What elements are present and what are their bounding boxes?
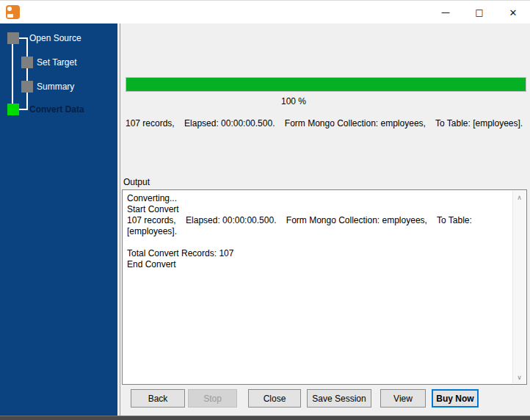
progress-percent-label: 100 % [120, 96, 468, 106]
maximize-icon[interactable]: □ [462, 1, 496, 24]
close-icon[interactable]: ✕ [496, 1, 530, 24]
close-button[interactable]: Close [248, 389, 301, 408]
window-controls: — □ ✕ [429, 1, 530, 24]
view-button[interactable]: View [380, 389, 426, 408]
step-label-set-target: Set Target [37, 57, 76, 68]
titlebar: — □ ✕ [0, 0, 530, 24]
app-icon-tag [7, 14, 13, 18]
app-window: — □ ✕ Open Source Set Target Summary Con… [0, 0, 530, 420]
progress-bar [126, 77, 526, 92]
stop-button[interactable]: Stop [188, 389, 237, 408]
wizard-steps-sidebar: Open Source Set Target Summary Convert D… [0, 23, 117, 416]
app-icon [6, 5, 20, 19]
step-label-open-source: Open Source [29, 32, 81, 44]
scroll-down-icon[interactable]: ∨ [513, 371, 526, 383]
back-button[interactable]: Back [131, 389, 185, 408]
scroll-up-icon[interactable]: ∧ [513, 191, 526, 203]
step-label-convert-data: Convert Data [29, 104, 84, 115]
step-connector-line [19, 37, 28, 39]
step-connector-line [19, 109, 28, 110]
app-icon-dot [7, 7, 12, 11]
minimize-icon[interactable]: — [429, 1, 462, 24]
step-marker-convert-data-active [7, 104, 19, 115]
step-marker-open-source [7, 32, 19, 44]
output-log-text: Converting... Start Convert 107 records,… [127, 193, 510, 381]
step-label-summary: Summary [37, 81, 74, 93]
buy-now-button[interactable]: Buy Now [432, 389, 479, 408]
step-marker-summary [21, 81, 33, 93]
main-panel: 100 % 107 records, Elapsed: 00:00:00.500… [117, 23, 530, 416]
window-bottom-border [0, 416, 530, 420]
output-scrollbar[interactable]: ∧ ∨ [512, 191, 526, 383]
output-log-box[interactable]: Converting... Start Convert 107 records,… [122, 189, 527, 385]
step-connector-line [26, 37, 28, 110]
conversion-status-line: 107 records, Elapsed: 00:00:00.500. Form… [126, 118, 523, 128]
button-row: Back Stop Close Save Session View Buy No… [120, 389, 530, 408]
progress-fill [126, 78, 526, 91]
step-marker-set-target [21, 57, 33, 68]
output-label: Output [123, 177, 150, 187]
step-connector-line [12, 44, 13, 104]
save-session-button[interactable]: Save Session [307, 389, 371, 408]
